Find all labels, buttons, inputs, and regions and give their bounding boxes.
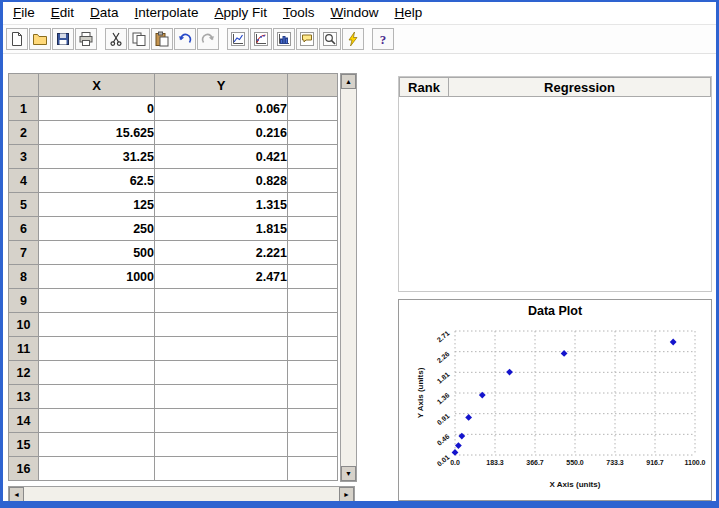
new-button[interactable] [6, 28, 28, 50]
cell-y[interactable]: 0.216 [155, 121, 288, 145]
cell-y[interactable] [155, 337, 288, 361]
cell-y[interactable] [155, 313, 288, 337]
data-plot-canvas[interactable]: 0.0183.3366.7550.0733.3916.71100.02.712.… [399, 319, 711, 500]
cell-y[interactable]: 2.221 [155, 241, 288, 265]
help-button[interactable]: ? [372, 28, 394, 50]
cell-extra[interactable] [288, 433, 338, 457]
undo-button[interactable] [174, 28, 196, 50]
cell-extra[interactable] [288, 289, 338, 313]
cell-x[interactable]: 1000 [39, 265, 155, 289]
cell-x[interactable]: 125 [39, 193, 155, 217]
cell-x[interactable] [39, 361, 155, 385]
cell-extra[interactable] [288, 409, 338, 433]
menu-item-interpolate[interactable]: Interpolate [127, 3, 207, 23]
cell-x[interactable]: 0 [39, 97, 155, 121]
cell-extra[interactable] [288, 169, 338, 193]
regression-column-header[interactable]: Regression [449, 77, 711, 97]
redo-button[interactable] [197, 28, 219, 50]
row-header[interactable]: 3 [9, 145, 39, 169]
cell-extra[interactable] [288, 385, 338, 409]
row-header[interactable]: 11 [9, 337, 39, 361]
row-header[interactable]: 10 [9, 313, 39, 337]
cell-y[interactable]: 0.828 [155, 169, 288, 193]
apply-fit-button[interactable] [342, 28, 364, 50]
corner-cell[interactable] [9, 74, 39, 97]
menu-item-edit[interactable]: Edit [43, 3, 82, 23]
curve-fit-button[interactable] [250, 28, 272, 50]
cell-y[interactable]: 0.067 [155, 97, 288, 121]
open-button[interactable] [29, 28, 51, 50]
menu-item-file[interactable]: File [5, 3, 43, 23]
cell-extra[interactable] [288, 361, 338, 385]
cell-extra[interactable] [288, 457, 338, 481]
column-header-extra[interactable] [288, 74, 338, 97]
row-header[interactable]: 6 [9, 217, 39, 241]
scroll-left-button[interactable]: ◄ [9, 487, 24, 502]
row-header[interactable]: 16 [9, 457, 39, 481]
row-header[interactable]: 2 [9, 121, 39, 145]
cell-x[interactable] [39, 433, 155, 457]
cell-y[interactable] [155, 433, 288, 457]
cell-y[interactable] [155, 457, 288, 481]
cell-y[interactable] [155, 409, 288, 433]
cell-x[interactable] [39, 289, 155, 313]
cell-x[interactable]: 15.625 [39, 121, 155, 145]
results-list[interactable] [399, 97, 711, 291]
scroll-right-button[interactable]: ► [339, 487, 354, 502]
save-button[interactable] [52, 28, 74, 50]
copy-button[interactable] [128, 28, 150, 50]
cut-button[interactable] [105, 28, 127, 50]
row-header[interactable]: 7 [9, 241, 39, 265]
cell-extra[interactable] [288, 337, 338, 361]
cell-y[interactable]: 0.421 [155, 145, 288, 169]
line-plot-button[interactable] [227, 28, 249, 50]
cell-extra[interactable] [288, 241, 338, 265]
print-button[interactable] [75, 28, 97, 50]
menu-item-help[interactable]: Help [386, 3, 430, 23]
cell-x[interactable] [39, 385, 155, 409]
histogram-button[interactable] [273, 28, 295, 50]
cell-y[interactable]: 1.315 [155, 193, 288, 217]
cell-x[interactable] [39, 337, 155, 361]
cell-y[interactable] [155, 289, 288, 313]
cell-x[interactable] [39, 313, 155, 337]
rank-column-header[interactable]: Rank [399, 77, 449, 97]
annotation-button[interactable] [296, 28, 318, 50]
row-header[interactable]: 8 [9, 265, 39, 289]
row-header[interactable]: 1 [9, 97, 39, 121]
column-header-y[interactable]: Y [155, 74, 288, 97]
horizontal-scrollbar[interactable]: ◄ ► [8, 486, 355, 502]
cell-extra[interactable] [288, 313, 338, 337]
cell-y[interactable] [155, 361, 288, 385]
scroll-down-button[interactable]: ▼ [341, 466, 356, 481]
menu-item-data[interactable]: Data [82, 3, 127, 23]
cell-x[interactable]: 250 [39, 217, 155, 241]
cell-x[interactable]: 62.5 [39, 169, 155, 193]
menu-item-apply-fit[interactable]: Apply Fit [206, 3, 275, 23]
cell-x[interactable] [39, 457, 155, 481]
cell-extra[interactable] [288, 145, 338, 169]
cell-y[interactable]: 2.471 [155, 265, 288, 289]
cell-y[interactable]: 1.815 [155, 217, 288, 241]
cell-extra[interactable] [288, 97, 338, 121]
cell-x[interactable] [39, 409, 155, 433]
cell-x[interactable]: 500 [39, 241, 155, 265]
cell-extra[interactable] [288, 121, 338, 145]
vertical-scroll-track[interactable] [341, 89, 356, 466]
zoom-plot-button[interactable] [319, 28, 341, 50]
menu-item-window[interactable]: Window [322, 3, 386, 23]
horizontal-scroll-track[interactable] [24, 487, 339, 501]
cell-extra[interactable] [288, 217, 338, 241]
menu-item-tools[interactable]: Tools [275, 3, 323, 23]
cell-y[interactable] [155, 385, 288, 409]
row-header[interactable]: 14 [9, 409, 39, 433]
row-header[interactable]: 12 [9, 361, 39, 385]
paste-button[interactable] [151, 28, 173, 50]
cell-extra[interactable] [288, 265, 338, 289]
row-header[interactable]: 9 [9, 289, 39, 313]
vertical-scrollbar[interactable]: ▲ ▼ [340, 73, 357, 482]
row-header[interactable]: 13 [9, 385, 39, 409]
scroll-up-button[interactable]: ▲ [341, 74, 356, 89]
row-header[interactable]: 5 [9, 193, 39, 217]
cell-x[interactable]: 31.25 [39, 145, 155, 169]
